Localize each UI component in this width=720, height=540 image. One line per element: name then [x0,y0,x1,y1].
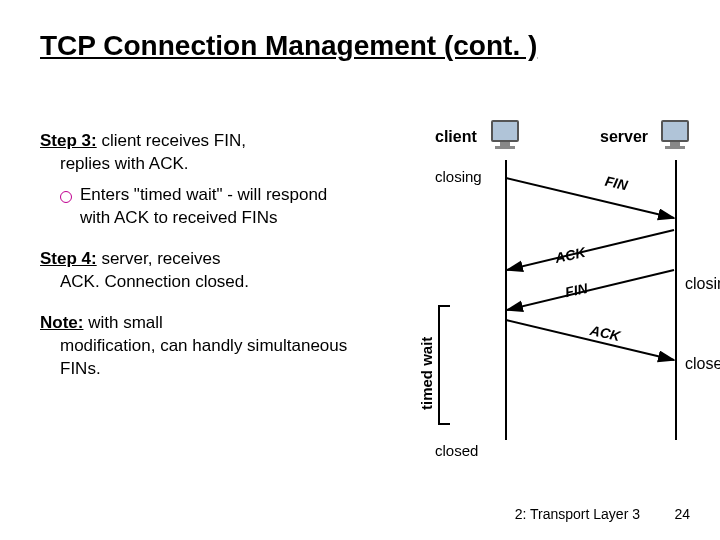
state-closing-server: closing [685,275,720,293]
step4-body1: server, receives [97,249,221,268]
sequence-diagram: client server FIN ACK FIN ACK closing cl… [380,120,710,480]
svg-line-1 [507,230,674,270]
state-closed-server: closed [685,355,720,373]
note-head: Note: [40,313,83,332]
note-body1: with small [83,313,162,332]
note-body2: modification, can handly simultaneous FI… [60,335,360,381]
svg-line-2 [507,270,674,310]
step4-block: Step 4: server, receives ACK. Connection… [40,248,360,294]
timed-wait-bracket [438,305,450,425]
state-closing-client: closing [435,168,482,185]
step3-body1: client receives FIN, [97,131,246,150]
slide-title: TCP Connection Management (cont. ) [40,30,537,62]
timed-wait-label: timed wait [418,337,435,410]
footer-chapter: 2: Transport Layer 3 [515,506,640,522]
footer-page-number: 24 [674,506,690,522]
step3-block: Step 3: client receives FIN, replies wit… [40,130,360,230]
state-closed-client: closed [435,442,478,459]
svg-line-0 [506,178,674,218]
step4-head: Step 4: [40,249,97,268]
message-arrows [380,120,710,480]
step3-body2: replies with ACK. [60,153,189,176]
step3-bullet: Enters "timed wait" - will respond with … [60,184,360,230]
note-block: Note: with small modification, can handl… [40,312,360,381]
step4-body2: ACK. Connection closed. [60,271,249,294]
content-left: Step 3: client receives FIN, replies wit… [40,130,360,398]
step3-head: Step 3: [40,131,97,150]
